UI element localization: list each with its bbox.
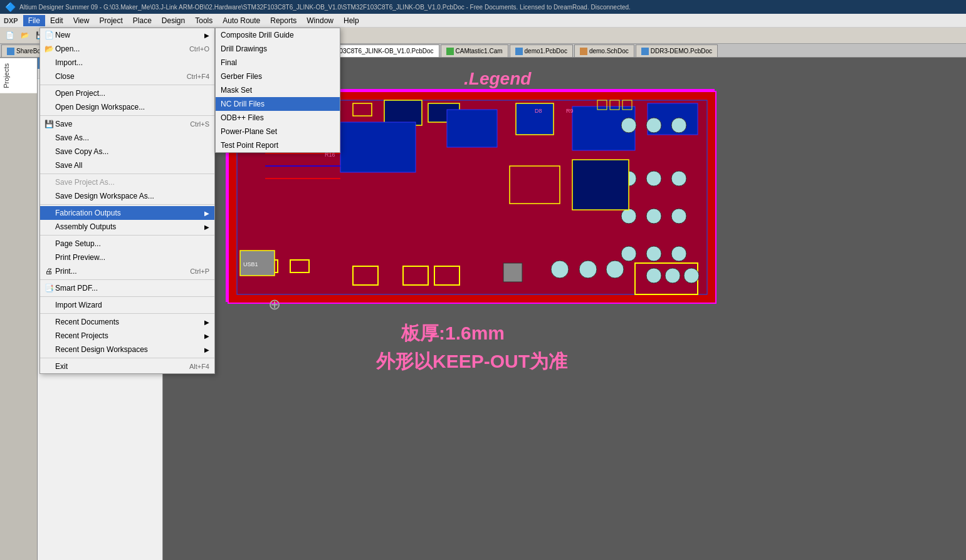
tab-demo-sch[interactable]: demo.SchDoc xyxy=(574,44,634,57)
submenu-final[interactable]: Final xyxy=(216,56,340,70)
submenu-odb[interactable]: ODB++ Files xyxy=(216,111,340,125)
open-icon: 📂 xyxy=(44,44,54,54)
menu-window[interactable]: Window xyxy=(302,15,339,26)
menu-item-page-setup[interactable]: Page Setup... xyxy=(40,237,214,251)
power-plane-label: Power-Plane Set xyxy=(221,127,277,136)
tab-camtastic[interactable]: CAMtastic1.Cam xyxy=(441,44,508,57)
print-label: Print... xyxy=(55,267,77,276)
svg-point-40 xyxy=(579,261,597,278)
menu-item-recent-projects[interactable]: Recent Projects ▶ xyxy=(40,329,214,343)
menu-item-smart-pdf[interactable]: 📑 Smart PDF... xyxy=(40,281,214,295)
submenu-gerber[interactable]: Gerber Files xyxy=(216,70,340,83)
toolbar-open[interactable]: 📂 xyxy=(18,29,32,42)
svg-rect-7 xyxy=(384,100,422,125)
assembly-label: Assembly Outputs xyxy=(55,222,116,231)
menu-item-save-as[interactable]: Save As... xyxy=(40,131,214,145)
smart-pdf-label: Smart PDF... xyxy=(55,284,98,293)
menu-item-exit[interactable]: Exit Alt+F4 xyxy=(40,360,214,373)
fabrication-submenu: Composite Drill Guide Drill Drawings Fin… xyxy=(215,28,340,153)
board-text-keepout: 外形以KEEP-OUT为准 xyxy=(376,349,567,375)
menu-item-save-all[interactable]: Save All xyxy=(40,158,214,172)
cursor-crosshair: ⊕ xyxy=(268,296,281,313)
svg-point-14 xyxy=(621,118,636,133)
svg-point-39 xyxy=(551,261,569,278)
close-shortcut: Ctrl+F4 xyxy=(187,73,209,80)
composite-drill-label: Composite Drill Guide xyxy=(221,31,294,39)
menu-edit[interactable]: Edit xyxy=(45,15,68,26)
import-wizard-label: Import Wizard xyxy=(55,301,102,309)
svg-text:USB1: USB1 xyxy=(243,261,258,267)
menu-item-save-workspace[interactable]: Save Design Workspace As... xyxy=(40,189,214,203)
svg-point-43 xyxy=(646,268,661,283)
menu-item-recent-workspaces[interactable]: Recent Design Workspaces ▶ xyxy=(40,343,214,356)
menu-reports[interactable]: Reports xyxy=(265,15,302,26)
sep-9 xyxy=(40,358,214,358)
assembly-arrow: ▶ xyxy=(204,224,209,231)
sep-7 xyxy=(40,296,214,297)
menu-item-print-preview[interactable]: Print Preview... xyxy=(40,251,214,264)
menu-item-fabrication[interactable]: Fabrication Outputs ▶ xyxy=(40,206,214,220)
submenu-power-plane[interactable]: Power-Plane Set xyxy=(216,125,340,138)
tab-ddr3[interactable]: DDR3-DEMO.PcbDoc xyxy=(636,44,718,57)
tab-icon-ddr3 xyxy=(641,48,649,55)
svg-point-20 xyxy=(621,209,636,224)
svg-point-24 xyxy=(646,246,661,261)
sep-4 xyxy=(40,204,214,205)
submenu-test-point[interactable]: Test Point Report xyxy=(216,138,340,152)
svg-point-41 xyxy=(606,261,624,278)
menu-autoroute[interactable]: Auto Route xyxy=(218,15,265,26)
menu-file[interactable]: File xyxy=(23,15,45,26)
menu-item-open[interactable]: 📂 Open... Ctrl+O xyxy=(40,42,214,56)
menu-help[interactable]: Help xyxy=(339,15,364,26)
menu-place[interactable]: Place xyxy=(128,15,157,26)
recent-docs-arrow: ▶ xyxy=(204,319,209,326)
sep-5 xyxy=(40,235,214,236)
svg-point-16 xyxy=(671,118,686,133)
svg-rect-30 xyxy=(572,160,629,210)
menu-item-save[interactable]: 💾 Save Ctrl+S xyxy=(40,117,214,131)
svg-point-22 xyxy=(671,209,686,224)
menu-item-save-copy[interactable]: Save Copy As... xyxy=(40,145,214,158)
menu-item-recent-docs[interactable]: Recent Documents ▶ xyxy=(40,315,214,329)
tab-demo1[interactable]: demo1.PcbDoc xyxy=(510,44,573,57)
recent-docs-label: Recent Documents xyxy=(55,318,119,326)
submenu-nc-drill[interactable]: NC Drill Files xyxy=(216,97,340,111)
menu-item-close[interactable]: Close Ctrl+F4 xyxy=(40,70,214,83)
toolbar-new[interactable]: 📄 xyxy=(3,29,17,42)
submenu-drill-drawings[interactable]: Drill Drawings xyxy=(216,42,340,56)
left-tab-projects[interactable]: Projects xyxy=(0,58,37,93)
svg-point-21 xyxy=(646,209,661,224)
new-label: New xyxy=(55,31,70,39)
board-text-thickness: 板厚:1.6mm xyxy=(401,321,505,346)
menu-design[interactable]: Design xyxy=(157,15,190,26)
tab-icon-pcb xyxy=(7,48,14,55)
svg-point-23 xyxy=(621,246,636,261)
save-workspace-label: Save Design Workspace As... xyxy=(55,192,154,200)
final-label: Final xyxy=(221,58,237,67)
svg-point-25 xyxy=(671,246,686,261)
menu-project[interactable]: Project xyxy=(94,15,127,26)
tab-icon-cam xyxy=(446,48,454,55)
menu-item-print[interactable]: 🖨 Print... Ctrl+P xyxy=(40,264,214,278)
menu-item-assembly[interactable]: Assembly Outputs ▶ xyxy=(40,220,214,234)
menu-tools[interactable]: Tools xyxy=(190,15,218,26)
menu-item-import[interactable]: Import... xyxy=(40,56,214,70)
import-label: Import... xyxy=(55,58,83,67)
menu-item-new[interactable]: 📄 New ▶ xyxy=(40,28,214,42)
dxp-menu[interactable]: DXP xyxy=(1,17,21,24)
sep-8 xyxy=(40,313,214,314)
page-setup-label: Page Setup... xyxy=(55,239,101,248)
submenu-mask-set[interactable]: Mask Set xyxy=(216,83,340,97)
sep-1 xyxy=(40,85,214,85)
print-icon: 🖨 xyxy=(44,266,54,276)
menu-item-import-wizard[interactable]: Import Wizard xyxy=(40,298,214,312)
menu-item-open-workspace[interactable]: Open Design Workspace... xyxy=(40,100,214,114)
menu-item-open-project[interactable]: Open Project... xyxy=(40,86,214,100)
print-shortcut: Ctrl+P xyxy=(190,267,209,275)
menu-view[interactable]: View xyxy=(68,15,95,26)
menu-item-save-project: Save Project As... xyxy=(40,175,214,189)
title-bar: 🔷 Altium Designer Summer 09 - G:\03.Make… xyxy=(0,0,966,14)
svg-rect-9 xyxy=(340,122,416,172)
submenu-composite-drill[interactable]: Composite Drill Guide xyxy=(216,28,340,42)
close-label: Close xyxy=(55,72,75,81)
